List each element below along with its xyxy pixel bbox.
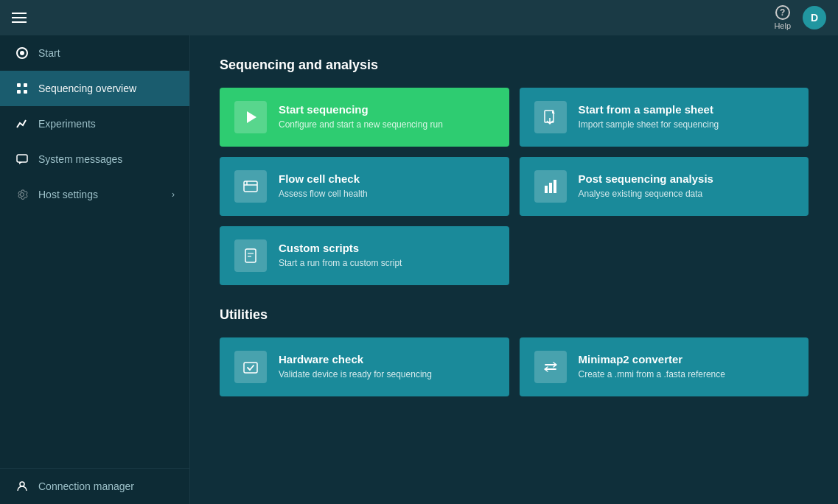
hardware-check-card[interactable]: Hardware check Validate device is ready … [220,337,509,396]
svg-rect-2 [17,83,21,87]
sidebar-item-start-label: Start [38,47,175,59]
custom-scripts-text: Custom scripts Start a run from a custom… [279,242,495,270]
svg-point-1 [20,51,24,55]
minimap2-icon [534,351,567,383]
post-sequencing-analysis-subtitle: Analyse existing sequence data [579,188,795,200]
svg-rect-19 [244,363,257,373]
help-icon: ? [775,5,790,20]
script-icon [234,239,267,272]
start-from-sample-sheet-title: Start from a sample sheet [579,103,795,116]
hardware-check-icon [234,351,267,383]
flow-cell-check-subtitle: Assess flow cell health [279,188,495,200]
svg-point-7 [20,482,24,486]
empty-slot [520,226,809,285]
custom-scripts-card[interactable]: Custom scripts Start a run from a custom… [220,226,509,285]
flow-cell-icon [234,170,267,203]
start-from-sample-sheet-text: Start from a sample sheet Import sample … [579,103,795,131]
flow-cell-check-text: Flow cell check Assess flow cell health [279,172,495,200]
sequencing-cards-row1: Start sequencing Configure and start a n… [220,88,809,147]
main-layout: Start Sequencing overview Experiments Sy… [0,35,838,504]
person-icon [15,479,29,494]
sequencing-section-title: Sequencing and analysis [220,57,809,73]
start-from-sample-sheet-subtitle: Import sample sheet for sequencing [579,119,795,131]
custom-scripts-title: Custom scripts [279,242,495,254]
minimap2-converter-card[interactable]: Minimap2 converter Create a .mmi from a … [520,337,809,396]
svg-rect-16 [554,180,556,193]
minimap2-converter-title: Minimap2 converter [579,353,795,365]
svg-rect-11 [244,181,257,192]
utilities-section-title: Utilities [220,307,809,323]
gear-icon [15,187,29,202]
svg-rect-3 [24,83,27,87]
main-content: Sequencing and analysis Start sequencing… [190,35,838,504]
sidebar-bottom: Connection manager [0,468,189,504]
message-square-icon [15,152,29,167]
start-sequencing-text: Start sequencing Configure and start a n… [279,103,495,131]
custom-scripts-subtitle: Start a run from a custom script [279,257,495,270]
topbar: ? Help D [0,0,838,35]
post-sequencing-analysis-text: Post sequencing analysis Analyse existin… [579,172,795,200]
start-sequencing-subtitle: Configure and start a new sequencing run [279,119,495,131]
chevron-right-icon: › [172,189,175,200]
topbar-right: ? Help D [774,5,826,30]
flow-cell-check-title: Flow cell check [279,172,495,185]
help-button[interactable]: ? Help [774,5,791,30]
sidebar-item-host-settings[interactable]: Host settings › [0,177,189,212]
start-sequencing-card[interactable]: Start sequencing Configure and start a n… [220,88,509,147]
sidebar-item-connection-manager-label: Connection manager [38,480,175,492]
user-avatar[interactable]: D [803,6,826,29]
sequencing-cards-row3: Custom scripts Start a run from a custom… [220,226,809,285]
svg-rect-6 [17,155,27,162]
sidebar: Start Sequencing overview Experiments Sy… [0,35,190,504]
svg-rect-5 [24,90,27,94]
chart-line-icon [15,116,29,131]
help-label: Help [774,21,791,30]
sidebar-item-experiments-label: Experiments [38,118,175,130]
post-sequencing-analysis-title: Post sequencing analysis [579,172,795,185]
sidebar-item-connection-manager[interactable]: Connection manager [0,469,189,504]
sidebar-item-sequencing-overview-label: Sequencing overview [38,83,175,94]
start-sequencing-title: Start sequencing [279,103,495,116]
minimap2-converter-subtitle: Create a .mmi from a .fasta reference [579,368,795,381]
sidebar-item-system-messages-label: System messages [38,153,175,165]
hamburger-menu[interactable] [12,13,27,23]
svg-rect-4 [17,90,21,94]
sidebar-item-host-settings-label: Host settings [38,189,163,200]
sidebar-item-start[interactable]: Start [0,35,189,71]
utilities-cards: Hardware check Validate device is ready … [220,337,809,396]
flow-cell-check-card[interactable]: Flow cell check Assess flow cell health [220,157,509,216]
grid-icon [15,81,29,96]
sidebar-item-experiments[interactable]: Experiments [0,106,189,141]
start-from-sample-sheet-card[interactable]: Start from a sample sheet Import sample … [520,88,809,147]
hardware-check-subtitle: Validate device is ready for sequencing [279,368,495,381]
svg-rect-15 [549,183,552,193]
bar-chart-icon [534,170,567,203]
hardware-check-title: Hardware check [279,353,495,365]
sequencing-cards-row2: Flow cell check Assess flow cell health … [220,157,809,216]
sidebar-item-sequencing-overview[interactable]: Sequencing overview [0,71,189,106]
hardware-check-text: Hardware check Validate device is ready … [279,353,495,381]
post-sequencing-analysis-card[interactable]: Post sequencing analysis Analyse existin… [520,157,809,216]
svg-rect-14 [545,186,548,193]
svg-marker-8 [247,111,256,123]
play-icon [234,101,267,133]
sidebar-item-system-messages[interactable]: System messages [0,141,189,177]
circle-dot-icon [15,46,29,60]
topbar-left [12,13,27,23]
minimap2-converter-text: Minimap2 converter Create a .mmi from a … [579,353,795,381]
import-icon [534,101,567,133]
